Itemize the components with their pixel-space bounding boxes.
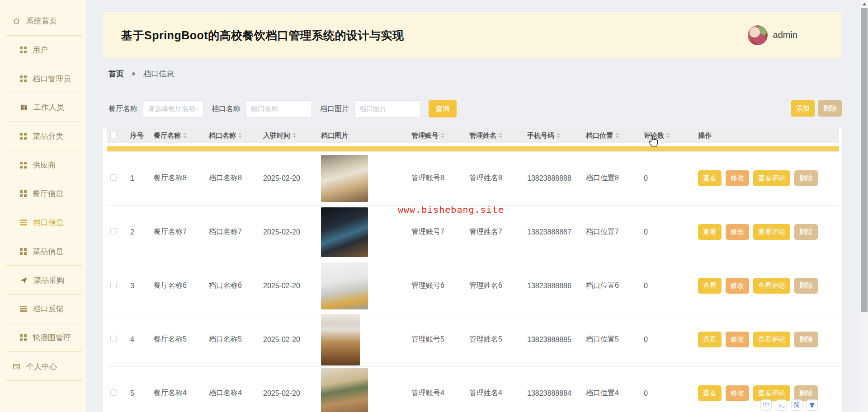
view-comments-button[interactable]: 查看评论 (753, 278, 790, 294)
sort-icon[interactable] (441, 133, 444, 138)
col-header-stall[interactable]: 档口名称 (205, 128, 259, 143)
sidebar-item-stall-info[interactable]: 档口信息 (0, 208, 86, 237)
sidebar-item-label: 供应商 (33, 160, 56, 170)
table-row: 5 餐厅名称4 档口名称4 2025-02-20 管理账号4 管理姓名4 138… (107, 366, 839, 412)
col-header-date[interactable]: 入驻时间 (259, 128, 317, 143)
sidebar-item-dish-category[interactable]: 菜品分类 (0, 122, 86, 151)
view-button[interactable]: 查看 (698, 385, 722, 401)
translate-simplified-button[interactable]: 简 (791, 399, 802, 411)
table-row: 1 餐厅名称8 档口名称8 2025-02-20 管理账号8 管理姓名8 138… (107, 151, 839, 205)
col-header-location[interactable]: 档口位置 (582, 128, 640, 143)
sidebar-item-label: 菜品分类 (33, 131, 63, 141)
view-button[interactable]: 查看 (698, 332, 722, 347)
sidebar-item-supplier[interactable]: 供应商 (0, 150, 86, 179)
cell-account: 管理账号6 (408, 259, 466, 313)
sidebar-item-label: 餐厅信息 (33, 188, 63, 199)
view-button[interactable]: 查看 (698, 224, 722, 240)
mouse-cursor-icon (647, 135, 659, 150)
sidebar-item-staff[interactable]: 工作人员 (0, 93, 86, 122)
row-checkbox[interactable] (110, 282, 117, 288)
stall-image-input[interactable]: 档口图片 (354, 100, 420, 117)
row-delete-button[interactable]: 删除 (794, 332, 818, 347)
row-delete-button[interactable]: 删除 (794, 224, 818, 240)
scroll-up-button[interactable] (860, 0, 868, 8)
stall-photo[interactable] (321, 155, 368, 202)
stall-photo[interactable] (321, 368, 368, 412)
sort-icon[interactable] (499, 133, 502, 138)
sort-icon[interactable] (238, 133, 242, 138)
filter-bar: 餐厅名称 请选择餐厅名称 ˅ 档口名称 档口名称 档口图片 档口图片 查询 (108, 100, 457, 117)
breadcrumb: 首页 档口信息 (108, 69, 174, 79)
query-button[interactable]: 查询 (429, 100, 457, 117)
sidebar-item-label: 个人中心 (26, 361, 57, 372)
sidebar-item-system-home[interactable]: 系统首页 (0, 7, 86, 36)
avatar[interactable] (748, 25, 768, 45)
site-watermark: www.bishebang.site (398, 204, 504, 215)
select-all-checkbox[interactable] (110, 132, 117, 138)
sidebar-item-dish-info[interactable]: 菜品信息 (0, 237, 86, 266)
sidebar-item-personal-center[interactable]: 个人中心 (0, 352, 86, 381)
cell-no: 4 (127, 313, 150, 366)
sort-icon[interactable] (615, 133, 619, 138)
cell-comments: 0 (640, 259, 694, 313)
col-header-restaurant[interactable]: 餐厅名称 (150, 128, 205, 143)
stall-photo[interactable] (321, 207, 368, 257)
col-header-phone[interactable]: 手机号码 (524, 128, 582, 143)
view-button[interactable]: 查看 (698, 170, 722, 186)
grid-icon (20, 162, 27, 169)
sort-icon[interactable] (183, 133, 187, 138)
cell-restaurant: 餐厅名称6 (150, 259, 205, 313)
edit-button[interactable]: 修改 (726, 332, 749, 347)
sidebar-item-restaurant-info[interactable]: 餐厅信息 (0, 179, 86, 208)
cell-restaurant: 餐厅名称8 (150, 151, 205, 205)
row-delete-button[interactable]: 删除 (794, 278, 818, 294)
vertical-scrollbar[interactable] (860, 0, 868, 412)
sort-icon[interactable] (292, 133, 296, 138)
edit-button[interactable]: 修改 (726, 224, 749, 240)
view-comments-button[interactable]: 查看评论 (753, 385, 790, 401)
row-delete-button[interactable]: 删除 (794, 170, 818, 186)
stall-photo[interactable] (321, 262, 368, 309)
view-comments-button[interactable]: 查看评论 (753, 224, 790, 240)
sort-icon[interactable] (666, 133, 670, 138)
translate-zh-button[interactable]: 中 (760, 399, 772, 411)
add-button[interactable]: 添加 (791, 100, 815, 117)
cell-stall: 档口名称4 (205, 366, 259, 412)
restaurant-name-select[interactable]: 请选择餐厅名称 ˅ (143, 100, 203, 117)
delete-button[interactable]: 删除 (818, 100, 842, 117)
shirt-icon[interactable] (807, 399, 818, 411)
stall-photo[interactable] (321, 314, 360, 365)
row-checkbox[interactable] (110, 389, 117, 396)
user-box[interactable]: admin (748, 25, 797, 45)
cell-stall: 档口名称6 (205, 259, 259, 313)
edit-button[interactable]: 修改 (726, 170, 749, 186)
sidebar-item-users[interactable]: 用户 (0, 36, 86, 65)
row-checkbox[interactable] (110, 174, 117, 181)
row-checkbox[interactable] (110, 336, 117, 342)
breadcrumb-home[interactable]: 首页 (108, 69, 124, 79)
view-comments-button[interactable]: 查看评论 (753, 332, 790, 347)
edit-button[interactable]: 修改 (726, 278, 749, 294)
row-delete-button[interactable]: 删除 (794, 385, 818, 401)
translate-dots-button[interactable]: ∘₀ (776, 399, 787, 411)
scrollbar-thumb[interactable] (861, 8, 868, 312)
col-header-name[interactable]: 管理姓名 (466, 128, 524, 143)
sidebar-item-stall-feedback[interactable]: 档口反馈 (0, 295, 86, 323)
row-checkbox[interactable] (110, 228, 117, 234)
grid-icon (20, 133, 27, 140)
view-button[interactable]: 查看 (698, 278, 722, 294)
table-toolbar: 添加 删除 (791, 100, 842, 117)
sidebar-item-stall-admin[interactable]: 档口管理员 (0, 64, 86, 93)
col-header-account[interactable]: 管理账号 (408, 128, 466, 143)
cell-restaurant: 餐厅名称7 (150, 205, 205, 259)
edit-button[interactable]: 修改 (726, 385, 749, 401)
stall-name-input[interactable]: 档口名称 (246, 100, 312, 117)
username: admin (773, 30, 797, 40)
breadcrumb-separator-dot (132, 72, 135, 75)
view-comments-button[interactable]: 查看评论 (753, 170, 790, 186)
sort-icon[interactable] (557, 133, 560, 138)
card-icon (13, 363, 20, 370)
sidebar-item-dish-purchase[interactable]: 菜品采购 (0, 266, 86, 295)
sidebar-item-carousel-mgmt[interactable]: 轮播图管理 (0, 323, 86, 352)
sidebar-item-label: 系统首页 (26, 16, 57, 26)
